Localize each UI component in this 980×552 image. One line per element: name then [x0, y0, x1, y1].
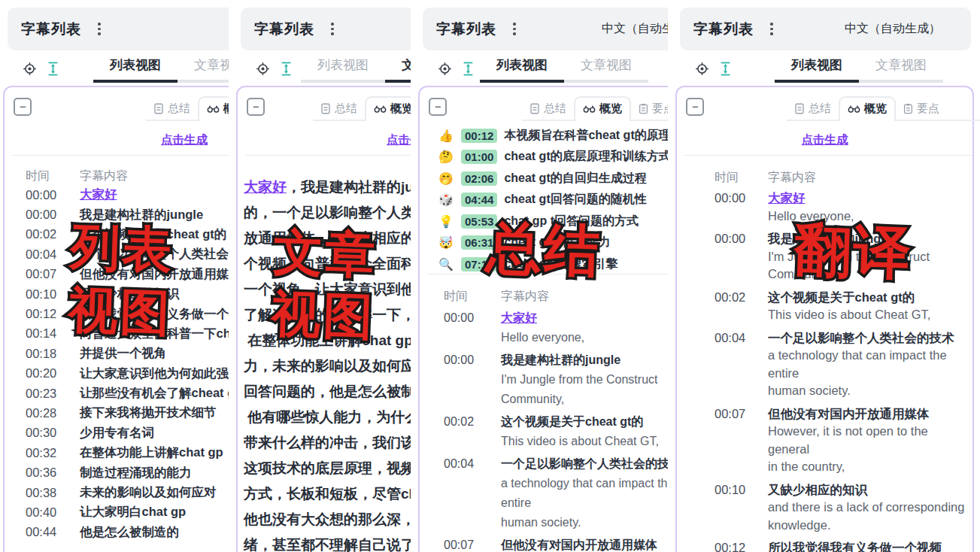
divider: [684, 155, 972, 156]
table-row[interactable]: 00:18 并提供一个视角: [26, 344, 229, 363]
tab-overview[interactable]: 概览: [839, 96, 896, 121]
chapter-timestamp[interactable]: 04:44: [461, 193, 497, 207]
view-tab-bar: 列表视图 文章视图: [415, 51, 668, 83]
table-row[interactable]: 00:32 在整体功能上讲解chat gp: [26, 443, 229, 463]
article-line: 他有哪些惊人能力，为什么他不够完: [244, 405, 411, 430]
chapter-emoji-icon: 🔍: [438, 257, 454, 271]
table-row[interactable]: 00:02 这个视频是关于cheat gt的 This video is abo…: [715, 289, 972, 324]
chapter-timestamp[interactable]: 01:00: [461, 150, 497, 164]
kebab-menu-icon[interactable]: [513, 23, 516, 35]
tab-summary[interactable]: 总结: [313, 98, 365, 120]
table-row[interactable]: 00:40 让大家明白chat gp: [26, 502, 229, 522]
table-row[interactable]: 00:02 这个视频是关于cheat gt的 This video is abo…: [444, 412, 668, 451]
row-text-en: I'm Jungle from the Construct Community,: [501, 370, 668, 409]
doc-icon: [153, 103, 164, 114]
tab-overview[interactable]: 概览: [365, 96, 411, 121]
row-text-zh: 一个足以影响整个人类社会的技术: [501, 454, 668, 474]
table-row[interactable]: 00:20 让大家意识到他为何如此强大: [26, 364, 229, 384]
table-row[interactable]: 00:07 但他没有对国内开放通用媒体 However, it is not o…: [444, 535, 668, 552]
tab-summary[interactable]: 总结: [787, 98, 839, 120]
row-text-en: a technology that can impact the entire …: [768, 347, 972, 400]
panel-title: 字幕列表: [254, 20, 314, 39]
kebab-menu-icon[interactable]: [770, 23, 773, 35]
clipboard-icon: [639, 103, 648, 114]
subtitle-language-label[interactable]: 中文（自动生成）: [602, 21, 668, 37]
chapter-item[interactable]: 🎲 04:44 cheat gt回答问题的随机性: [438, 190, 668, 211]
table-row[interactable]: 00:23 让那些没有机会了解cheat gpt的人: [26, 384, 229, 403]
row-time: 00:07: [444, 535, 501, 552]
row-text-en: This video is about Cheat GT,: [501, 432, 668, 451]
row-time: 00:00: [444, 350, 501, 370]
locate-icon[interactable]: [438, 62, 452, 76]
tab-list-view[interactable]: 列表视图: [775, 56, 859, 83]
article-line: 带来什么样的冲击，我们该如何继续: [244, 430, 411, 456]
divider: [245, 155, 411, 156]
tab-list-view[interactable]: 列表视图: [301, 56, 385, 83]
col-content: 字幕内容: [501, 289, 549, 305]
table-row[interactable]: 00:04 一个足以影响整个人类社会的技术 a technology that …: [444, 454, 668, 532]
article-line: 这项技术的底层原理，视频将逐一解答: [244, 456, 411, 481]
subtitle-link[interactable]: 大家好: [244, 179, 287, 195]
tab-keypoints[interactable]: 要点: [631, 98, 668, 120]
kebab-menu-icon[interactable]: [331, 23, 334, 35]
table-row[interactable]: 00:10 又缺少相应的知识 and there is a lack of co…: [715, 481, 972, 535]
tab-summary[interactable]: 总结: [522, 98, 574, 120]
table-row[interactable]: 00:12 所以我觉得我有义务做一个视频 So, I feel obligate…: [715, 539, 972, 552]
table-row[interactable]: 00:04 一个足以影响整个人类社会的技术 a technology that …: [715, 329, 972, 400]
chapter-timestamp[interactable]: 00:12: [461, 129, 497, 143]
chapter-emoji-icon: 👍: [438, 129, 454, 143]
expand-vertical-icon[interactable]: [463, 62, 474, 76]
tab-article-view[interactable]: 文章视图: [859, 56, 943, 83]
tab-summary[interactable]: 总结: [146, 98, 198, 120]
row-text-zh: 这个视频是关于cheat gt的: [768, 289, 972, 307]
row-time: 00:00: [715, 190, 768, 208]
table-row[interactable]: 00:00 大家好: [26, 185, 229, 205]
row-text-zh: 让大家明白chat gp: [80, 504, 229, 520]
table-row[interactable]: 00:07 但他没有对国内开放通用媒体 However, it is not o…: [715, 405, 972, 476]
table-row[interactable]: 00:00 大家好 Hello everyone,: [444, 308, 668, 347]
tab-article-view[interactable]: 文章视图: [385, 56, 411, 83]
tab-list-view[interactable]: 列表视图: [480, 56, 564, 83]
generate-summary-link[interactable]: 点击生成: [802, 132, 848, 148]
row-text-zh: 他是怎么被制造的: [80, 524, 229, 541]
table-row[interactable]: 00:36 制造过程涌现的能力: [26, 463, 229, 482]
tab-list-view[interactable]: 列表视图: [93, 56, 177, 83]
chapter-emoji-icon: 🤭: [438, 171, 454, 186]
minimize-button[interactable]: [429, 98, 447, 116]
row-time: 00:20: [26, 366, 80, 381]
locate-icon[interactable]: [695, 62, 709, 76]
doc-icon: [529, 103, 540, 114]
minimize-button[interactable]: [14, 98, 32, 116]
row-text-zh: 大家好: [501, 308, 668, 328]
row-time: 00:00: [26, 188, 80, 202]
table-row[interactable]: 00:00 我是建构社群的jungle I'm Jungle from the …: [444, 350, 668, 409]
col-time: 时间: [715, 170, 768, 186]
generate-summary-link[interactable]: 点击生成: [387, 132, 411, 148]
tab-article-view[interactable]: 文章视图: [564, 56, 648, 83]
expand-vertical-icon[interactable]: [47, 62, 59, 76]
locate-icon[interactable]: [256, 62, 270, 76]
tab-keypoints[interactable]: 要点: [896, 98, 947, 120]
tab-overview[interactable]: 概览: [198, 96, 229, 121]
chapter-item[interactable]: 👍 00:12 本视频旨在科普cheat gt的原理: [438, 125, 668, 147]
kebab-menu-icon[interactable]: [98, 23, 101, 35]
table-row[interactable]: 00:38 未来的影响以及如何应对: [26, 483, 229, 502]
minimize-button[interactable]: [686, 98, 704, 116]
row-text-en: and there is a lack of corresponding kno…: [768, 499, 972, 534]
tab-article-view[interactable]: 文章视图: [177, 56, 229, 83]
expand-vertical-icon[interactable]: [281, 62, 292, 76]
generate-summary-link[interactable]: 点击生成: [161, 132, 208, 148]
minimize-button[interactable]: [247, 98, 265, 116]
locate-icon[interactable]: [23, 62, 37, 76]
table-row[interactable]: 00:44 他是怎么被制造的: [26, 523, 229, 542]
chapter-timestamp[interactable]: 02:06: [461, 171, 497, 186]
chapter-item[interactable]: 🤭 02:06 cheat gt的自回归生成过程: [438, 168, 668, 190]
table-row[interactable]: 00:30 少用专有名词: [26, 423, 229, 443]
tab-overview[interactable]: 概览: [574, 96, 631, 121]
panel-title: 字幕列表: [693, 20, 754, 39]
table-row[interactable]: 00:28 接下来我将抛开技术细节: [26, 403, 229, 423]
chapter-item[interactable]: 🤔 01:00 cheat gt的底层原理和训练方式: [438, 147, 668, 168]
binoculars-icon: [207, 104, 220, 114]
expand-vertical-icon[interactable]: [720, 62, 731, 76]
subtitle-language-label[interactable]: 中文（自动生成）: [845, 21, 941, 37]
